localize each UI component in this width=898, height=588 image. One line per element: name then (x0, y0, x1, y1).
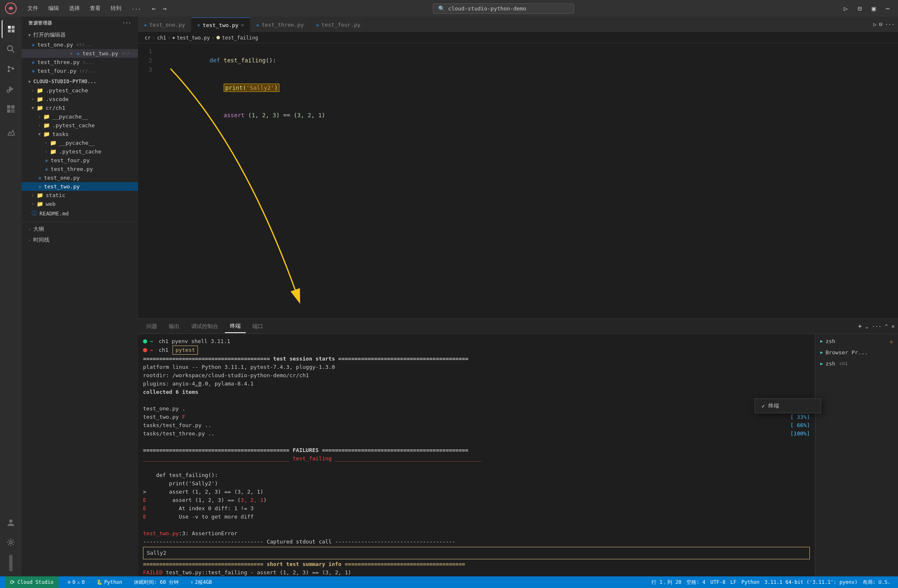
folder-tasks[interactable]: ▼ 📁 tasks (22, 130, 138, 138)
open-editor-item[interactable]: ◈ test_one.py cr/... (22, 40, 138, 49)
terminal-output[interactable]: → ch1 pyenv shell 3.11.1 → ch1 pytest ==… (138, 334, 815, 576)
menu-goto[interactable]: 转到 (106, 3, 126, 14)
project-section[interactable]: ▼ CLOUD-STUDIO-PYTHO... (22, 77, 138, 86)
close-icon[interactable]: ✕ (70, 51, 72, 56)
new-terminal-button[interactable]: + (858, 322, 862, 330)
sidebar: 资源管理器 ··· ▼ 打开的编辑器 ◈ test_one.py cr/... … (22, 17, 138, 576)
status-cursor[interactable]: 行 1，列 20 (649, 579, 684, 586)
terminal-tab-zsh[interactable]: ▶ zsh ⚠ (815, 336, 898, 347)
folder-pytest-cache-2[interactable]: › 📁 .pytest_cache (22, 121, 138, 130)
activity-source-control[interactable] (2, 60, 20, 78)
activity-bar (0, 17, 22, 576)
split-editor-button[interactable]: ⊟ (879, 21, 883, 27)
more-icon[interactable]: ⋯ (882, 3, 893, 14)
svg-rect-3 (8, 30, 11, 32)
status-spaces[interactable]: 空格: 4 (684, 579, 708, 586)
status-errors[interactable]: ⊘ 0 ⚠ 0 (65, 576, 87, 588)
tab-test-three[interactable]: ◈ test_three.py (250, 17, 310, 32)
file-test-two-selected[interactable]: ◈ test_two.py (22, 182, 138, 191)
status-bar: ⟳ Cloud Studio ⊘ 0 ⚠ 0 🐍 Python 休眠时间: 60… (0, 576, 898, 588)
svg-rect-13 (11, 105, 15, 109)
open-editor-item-active[interactable]: ✕ ◈ test_two.py cr/... (22, 49, 138, 58)
menu-file[interactable]: 文件 (23, 3, 42, 14)
run-button[interactable]: ▷ (873, 21, 877, 27)
status-idle-time[interactable]: 休眠时间: 60 分钟 (131, 576, 181, 588)
activity-account[interactable] (2, 513, 20, 531)
brand-item[interactable]: ⟳ Cloud Studio (5, 576, 59, 588)
file-icon-py: ◈ (32, 68, 35, 74)
nav-forward[interactable]: → (163, 5, 167, 12)
folder-crch1[interactable]: ▼ 📁 cr/ch1 (22, 104, 138, 112)
code-editor[interactable]: def test_failing(): print('Sally2') asse… (159, 47, 898, 315)
tab-test-four[interactable]: ◈ test_four.py (310, 17, 367, 32)
menu-more[interactable]: ... (127, 3, 145, 14)
code-line-2: print('Sally2') (160, 74, 898, 101)
status-language-bottom[interactable]: 🐍 Python (94, 576, 125, 588)
terminal-tab-zsh-ch1[interactable]: ▶ zsh ch1 (815, 358, 898, 369)
folder-tasks-pycache[interactable]: › 📁 __pycache__ (22, 138, 138, 147)
outline-section[interactable]: › 大纲 (22, 224, 138, 235)
menu-select[interactable]: 选择 (65, 3, 84, 14)
activity-run[interactable] (2, 80, 20, 98)
svg-rect-14 (7, 109, 10, 113)
timeline-section[interactable]: › 时间线 (22, 235, 138, 245)
status-cpu[interactable]: ↑ 2核4GB (188, 576, 215, 588)
folder-static[interactable]: › 📁 static (22, 191, 138, 200)
panel-tab-debug[interactable]: 调试控制台 (186, 320, 223, 333)
panel-tab-ports[interactable]: 端口 (247, 320, 268, 333)
activity-search[interactable] (2, 40, 20, 58)
folder-pycache[interactable]: › 📁 __pycache__ (22, 112, 138, 121)
panel-tab-output[interactable]: 输出 (164, 320, 185, 333)
search-text: cloud-studio-python-demo (448, 5, 526, 12)
folder-vscode[interactable]: › 📁 .vscode (22, 95, 138, 104)
panel-close-button[interactable]: ✕ (891, 323, 895, 329)
summary-sep: ===================================== sh… (143, 560, 810, 568)
status-layout[interactable]: 布局: U.S. (860, 579, 893, 586)
svg-point-7 (8, 66, 10, 68)
folder-pytest-cache[interactable]: › 📁 .pytest_cache (22, 86, 138, 95)
tab-close-icon[interactable]: ✕ (241, 22, 244, 28)
file-test-three[interactable]: ◈ test_three.py (22, 165, 138, 173)
tab-test-one[interactable]: ◈ test_one.py (138, 17, 191, 32)
panel-tab-problems[interactable]: 问题 (141, 320, 162, 333)
split-icon[interactable]: ▣ (868, 3, 879, 14)
folder-tasks-pytest[interactable]: › 📁 .pytest_cache (22, 147, 138, 156)
file-icon-py: ◈ (76, 50, 80, 57)
run-icon[interactable]: ▷ (840, 3, 851, 14)
status-line-ending[interactable]: LF (728, 579, 739, 585)
file-test-four[interactable]: ◈ test_four.py (22, 156, 138, 165)
open-editor-item[interactable]: ◈ test_four.py cr/... (22, 67, 138, 75)
layout-icon[interactable]: ⊟ (854, 3, 865, 14)
terminal-tab-browser[interactable]: ▶ Browser Pr... (815, 347, 898, 358)
folder-web[interactable]: › 📁 web (22, 200, 138, 208)
menu-view[interactable]: 查看 (86, 3, 105, 14)
sidebar-header-more[interactable]: ··· (123, 20, 131, 26)
terminal-code: def test_failing(): (143, 471, 810, 479)
status-lang-python[interactable]: Python (739, 579, 762, 585)
status-python-version[interactable]: 3.11.1 64-bit ('3.11.1': pyenv) (762, 579, 860, 585)
title-bar: 文件 编辑 选择 查看 转到 ... ← → 🔍 cloud-studio-py… (0, 0, 898, 17)
line-numbers: 1 2 3 (138, 47, 159, 315)
file-test-one[interactable]: ◈ test_one.py (22, 173, 138, 182)
open-editor-item[interactable]: ◈ test_three.py c... (22, 58, 138, 67)
activity-settings[interactable] (2, 533, 20, 551)
more-tabs-button[interactable]: ··· (885, 21, 895, 27)
tab-test-two[interactable]: ◈ test_two.py ✕ (191, 17, 250, 32)
activity-bottom[interactable] (9, 555, 12, 571)
file-readme[interactable]: ⓘ README.md (22, 208, 138, 218)
panel-maximize-button[interactable]: ⌃ (885, 323, 888, 329)
search-box[interactable]: 🔍 cloud-studio-python-demo (433, 3, 574, 14)
dropdown-terminal-option[interactable]: ✓ 终端 (755, 399, 821, 413)
terminal-line: collected 6 items (143, 388, 810, 396)
open-editors-section[interactable]: ▼ 打开的编辑器 (22, 30, 138, 40)
status-encoding[interactable]: UTF-8 (708, 579, 728, 585)
activity-extensions[interactable] (2, 100, 20, 118)
menu-edit[interactable]: 编辑 (44, 3, 63, 14)
panel-tab-terminal[interactable]: 终端 (225, 320, 246, 333)
activity-test[interactable] (2, 123, 20, 141)
code-area[interactable]: 1 2 3 def test_failing(): print('Sally2'… (138, 43, 898, 319)
activity-explorer[interactable] (2, 20, 20, 38)
nav-back[interactable]: ← (152, 5, 156, 12)
panel-more-button[interactable]: ··· (872, 323, 881, 329)
panel-split-button[interactable]: ⌄ (865, 323, 868, 329)
